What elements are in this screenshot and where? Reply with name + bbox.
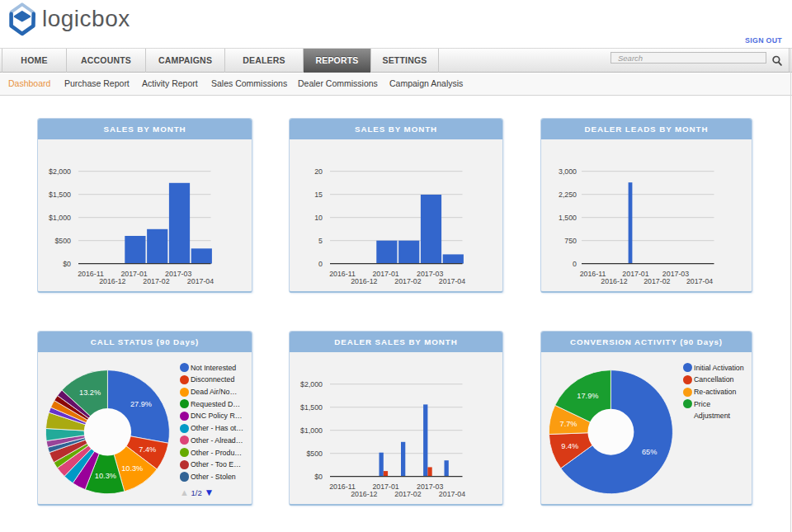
svg-text:$0: $0 <box>63 260 71 268</box>
svg-text:17.9%: 17.9% <box>577 392 598 400</box>
svg-text:0: 0 <box>573 260 577 268</box>
svg-text:2016-12: 2016-12 <box>351 277 377 285</box>
svg-text:1,500: 1,500 <box>559 214 577 222</box>
svg-text:$500: $500 <box>54 237 71 245</box>
svg-text:2016-12: 2016-12 <box>601 277 627 285</box>
svg-text:2017-02: 2017-02 <box>143 277 169 285</box>
svg-text:2017-02: 2017-02 <box>644 277 670 285</box>
svg-text:15: 15 <box>314 191 323 199</box>
svg-text:7.7%: 7.7% <box>560 420 578 428</box>
svg-text:2017-04: 2017-04 <box>439 490 465 498</box>
svg-text:$2,000: $2,000 <box>49 167 71 176</box>
svg-text:5: 5 <box>318 237 323 245</box>
svg-text:$1,500: $1,500 <box>300 403 323 412</box>
svg-text:$2,000: $2,000 <box>300 380 323 388</box>
svg-text:13.2%: 13.2% <box>79 388 101 397</box>
svg-text:20: 20 <box>314 167 323 176</box>
svg-text:7.4%: 7.4% <box>139 445 156 454</box>
svg-text:65%: 65% <box>642 448 657 456</box>
svg-text:$1,000: $1,000 <box>49 214 71 222</box>
svg-text:10: 10 <box>314 214 323 222</box>
svg-text:2017-02: 2017-02 <box>394 490 421 498</box>
svg-text:750: 750 <box>564 237 577 245</box>
svg-text:2017-04: 2017-04 <box>439 277 465 285</box>
svg-text:9.4%: 9.4% <box>561 442 578 450</box>
svg-text:27.9%: 27.9% <box>130 400 152 408</box>
svg-text:2017-04: 2017-04 <box>686 277 713 285</box>
svg-text:2017-02: 2017-02 <box>394 277 421 285</box>
svg-text:$1,000: $1,000 <box>300 426 323 435</box>
svg-text:10.3%: 10.3% <box>121 464 143 473</box>
svg-text:$500: $500 <box>306 450 323 458</box>
svg-text:0: 0 <box>318 260 323 268</box>
svg-text:2,250: 2,250 <box>559 191 577 199</box>
svg-text:2017-04: 2017-04 <box>187 277 214 285</box>
svg-text:10.3%: 10.3% <box>95 472 116 480</box>
svg-text:3,000: 3,000 <box>559 167 577 176</box>
svg-text:$1,500: $1,500 <box>49 191 71 199</box>
svg-text:2016-12: 2016-12 <box>351 490 377 498</box>
svg-text:$0: $0 <box>314 473 323 481</box>
svg-text:2016-12: 2016-12 <box>99 277 125 285</box>
